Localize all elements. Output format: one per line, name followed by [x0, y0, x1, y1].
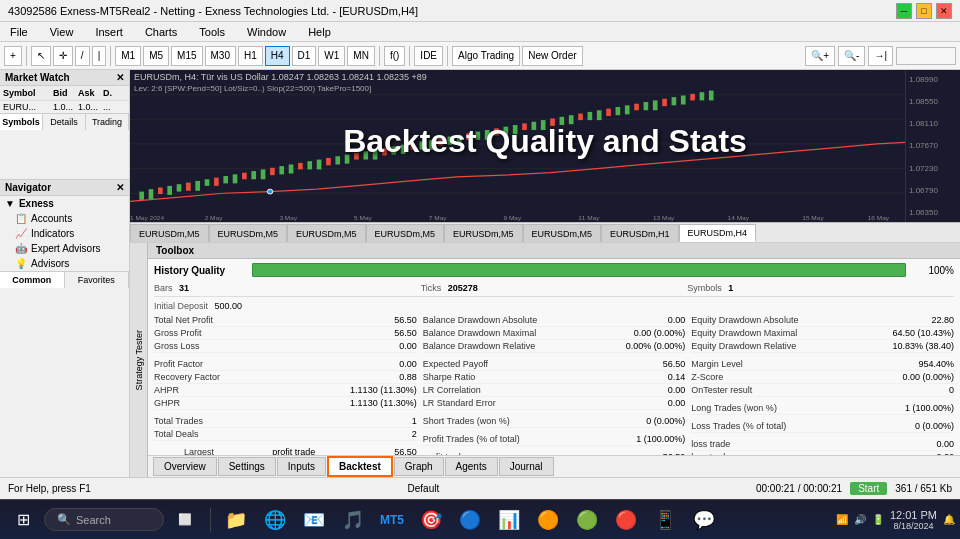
navigator-item-advisors[interactable]: 💡 Advisors — [0, 256, 129, 271]
close-button[interactable]: ✕ — [936, 3, 952, 19]
ltd-label: Loss Trades (% of total) — [691, 421, 786, 431]
taskbar-app-mail[interactable]: 📧 — [296, 504, 332, 536]
taskbar-app-browser[interactable]: 🌐 — [257, 504, 293, 536]
line-button[interactable]: / — [75, 46, 90, 66]
hq-label: History Quality — [154, 265, 244, 276]
new-order-button[interactable]: New Order — [522, 46, 582, 66]
market-watch-row[interactable]: EURU... 1.0... 1.0... ... — [0, 101, 129, 113]
tf-m1[interactable]: M1 — [115, 46, 141, 66]
menu-window[interactable]: Window — [241, 24, 292, 40]
task-view-button[interactable]: ⬜ — [167, 504, 203, 536]
taskbar-app-telegram[interactable]: 📱 — [647, 504, 683, 536]
tf-mn[interactable]: MN — [347, 46, 375, 66]
nav-label-ea: Expert Advisors — [31, 243, 100, 254]
menu-insert[interactable]: Insert — [89, 24, 129, 40]
taskbar-app-app3[interactable]: 🔴 — [608, 504, 644, 536]
taskbar-date: 8/18/2024 — [890, 521, 937, 531]
st-tab-agents[interactable]: Agents — [445, 457, 498, 476]
menu-view[interactable]: View — [44, 24, 80, 40]
menu-file[interactable]: File — [4, 24, 34, 40]
svg-text:16 May: 16 May — [868, 215, 890, 222]
gp-label: Gross Profit — [154, 328, 202, 338]
taskbar-app-music[interactable]: 🎵 — [335, 504, 371, 536]
period-sep-button[interactable]: | — [92, 46, 107, 66]
chart-tab-5[interactable]: EURUSDm,M5 — [523, 224, 602, 242]
chart-tab-2[interactable]: EURUSDm,M5 — [287, 224, 366, 242]
minimize-button[interactable]: ─ — [896, 3, 912, 19]
stats-col2: Balance Drawdown Absolute 0.00 Balance D… — [423, 314, 686, 455]
tf-d1[interactable]: D1 — [292, 46, 317, 66]
lrse-value: 0.00 — [625, 398, 685, 408]
taskbar-app-discord[interactable]: 💬 — [686, 504, 722, 536]
tf-h1[interactable]: H1 — [238, 46, 263, 66]
nav-label-indicators: Indicators — [31, 228, 74, 239]
ide-button[interactable]: IDE — [414, 46, 443, 66]
taskbar-app-explorer[interactable]: 📁 — [218, 504, 254, 536]
stats-col3: Equity Drawdown Absolute 22.80 Equity Dr… — [691, 314, 954, 455]
tf-h4[interactable]: H4 — [265, 46, 290, 66]
taskbar-right: 📶 🔊 🔋 12:01 PM 8/18/2024 🔔 — [836, 509, 955, 531]
new-chart-button[interactable]: + — [4, 46, 22, 66]
tf-m5[interactable]: M5 — [143, 46, 169, 66]
st-tab-settings[interactable]: Settings — [218, 457, 276, 476]
taskbar-app-spotify[interactable]: 🎯 — [413, 504, 449, 536]
status-timer: 00:00:21 / 00:00:21 — [756, 483, 842, 494]
algo-trading-button[interactable]: Algo Trading — [452, 46, 520, 66]
menu-charts[interactable]: Charts — [139, 24, 183, 40]
stat-lr-corr: LR Correlation 0.00 — [423, 384, 686, 397]
chart-tab-6[interactable]: EURUSDm,H1 — [601, 224, 679, 242]
crosshair-button[interactable]: ✛ — [53, 46, 73, 66]
menu-help[interactable]: Help — [302, 24, 337, 40]
taskbar-app-chrome[interactable]: 🔵 — [452, 504, 488, 536]
taskbar-app-mt5[interactable]: MT5 — [374, 504, 410, 536]
zoom-in-button[interactable]: 🔍+ — [805, 46, 835, 66]
mw-tab-details[interactable]: Details — [43, 114, 86, 130]
nav-tab-common[interactable]: Common — [0, 272, 65, 288]
nav-tab-favorites[interactable]: Favorites — [65, 272, 130, 288]
navigator-item-indicators[interactable]: 📈 Indicators — [0, 226, 129, 241]
menu-tools[interactable]: Tools — [193, 24, 231, 40]
st-tab-graph[interactable]: Graph — [394, 457, 444, 476]
navigator-item-exness[interactable]: ▼ Exness — [0, 196, 129, 211]
stat-margin-level: Margin Level 954.40% — [691, 358, 954, 371]
taskbar-app-tradingview[interactable]: 📊 — [491, 504, 527, 536]
zoom-out-button[interactable]: 🔍- — [838, 46, 865, 66]
tf-m30[interactable]: M30 — [205, 46, 236, 66]
st-tab-inputs[interactable]: Inputs — [277, 457, 326, 476]
stat-balance-dd-max: Balance Drawdown Maximal 0.00 (0.00%) — [423, 327, 686, 340]
stat-balance-dd-rel: Balance Drawdown Relative 0.00% (0.00%) — [423, 340, 686, 353]
taskbar-search[interactable]: 🔍 Search — [44, 508, 164, 531]
navigator-item-accounts[interactable]: 📋 Accounts — [0, 211, 129, 226]
lp-label: Largest — [154, 447, 214, 455]
search-toolbar-input[interactable] — [896, 47, 956, 65]
mw-tab-trading[interactable]: Trading — [86, 114, 129, 130]
tnp-value: 56.50 — [357, 315, 417, 325]
st-tab-overview[interactable]: Overview — [153, 457, 217, 476]
cursor-button[interactable]: ↖ — [31, 46, 51, 66]
taskbar-clock: 12:01 PM 8/18/2024 — [890, 509, 937, 531]
chart-tab-7[interactable]: EURUSDm,H4 — [679, 224, 757, 242]
mw-tab-symbols[interactable]: Symbols — [0, 114, 43, 130]
chart-tab-1[interactable]: EURUSDm,M5 — [209, 224, 288, 242]
maximize-button[interactable]: □ — [916, 3, 932, 19]
navigator-item-expert-advisors[interactable]: 🤖 Expert Advisors — [0, 241, 129, 256]
navigator-close-icon[interactable]: ✕ — [116, 182, 124, 193]
hq-value: 100% — [914, 265, 954, 276]
taskbar-app-app1[interactable]: 🟠 — [530, 504, 566, 536]
taskbar-app-app2[interactable]: 🟢 — [569, 504, 605, 536]
price-level-4: 1.07670 — [909, 141, 957, 150]
scroll-end-button[interactable]: →| — [868, 46, 893, 66]
chart-tab-4[interactable]: EURUSDm,M5 — [444, 224, 523, 242]
chart-tab-0[interactable]: EURUSDm,M5 — [130, 224, 209, 242]
navigator-title: Navigator — [5, 182, 51, 193]
market-watch-close-icon[interactable]: ✕ — [116, 72, 124, 83]
nav-expand-icon: ▼ — [5, 198, 15, 209]
st-tab-journal[interactable]: Journal — [499, 457, 554, 476]
tf-w1[interactable]: W1 — [318, 46, 345, 66]
chart-tab-3[interactable]: EURUSDm,M5 — [366, 224, 445, 242]
indicators-button[interactable]: f() — [384, 46, 405, 66]
status-start-button[interactable]: Start — [850, 482, 887, 495]
windows-button[interactable]: ⊞ — [5, 504, 41, 536]
st-tab-backtest[interactable]: Backtest — [327, 456, 393, 477]
tf-m15[interactable]: M15 — [171, 46, 202, 66]
